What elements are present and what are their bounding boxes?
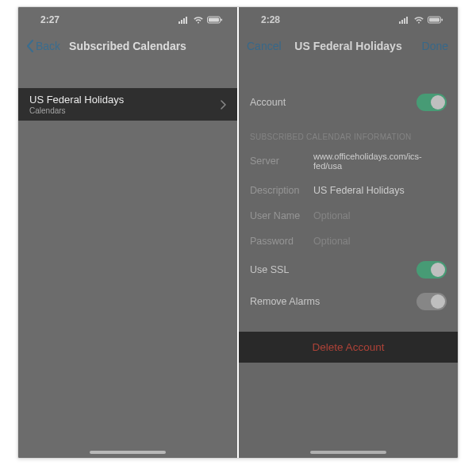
svg-rect-10 xyxy=(406,17,408,24)
svg-rect-5 xyxy=(209,18,219,22)
svg-rect-3 xyxy=(186,17,187,24)
server-value: www.officeholidays.com/ics-fed/usa xyxy=(313,152,447,171)
home-indicator[interactable] xyxy=(310,451,386,454)
back-button[interactable]: Back xyxy=(21,31,65,61)
server-label: Server xyxy=(250,156,313,167)
section-header: SUBSCRIBED CALENDAR INFORMATION xyxy=(239,118,458,144)
ssl-label: Use SSL xyxy=(250,264,289,275)
signal-icon xyxy=(399,16,410,24)
done-button[interactable]: Done xyxy=(417,31,453,61)
password-label: Password xyxy=(250,236,313,247)
svg-rect-12 xyxy=(429,18,440,22)
password-placeholder: Optional xyxy=(313,236,351,247)
description-row[interactable]: Description US Federal Holidays xyxy=(239,178,458,203)
home-indicator[interactable] xyxy=(90,451,166,454)
username-row[interactable]: User Name Optional xyxy=(239,203,458,229)
delete-account-button[interactable]: Delete Account xyxy=(239,332,458,363)
svg-rect-7 xyxy=(399,21,401,24)
cancel-button[interactable]: Cancel xyxy=(242,31,286,61)
subscribed-calendar-row[interactable]: US Federal Holidays Calendars xyxy=(18,88,237,121)
ssl-toggle[interactable] xyxy=(416,261,447,279)
svg-rect-9 xyxy=(404,18,405,24)
cancel-label: Cancel xyxy=(247,40,282,52)
chevron-right-icon xyxy=(221,100,226,110)
status-bar: 2:27 xyxy=(18,7,237,31)
wifi-icon xyxy=(413,16,424,24)
server-row[interactable]: Server www.officeholidays.com/ics-fed/us… xyxy=(239,144,458,178)
ssl-row: Use SSL xyxy=(239,254,458,286)
nav-title: US Federal Holidays xyxy=(294,40,401,52)
chevron-left-icon xyxy=(26,40,34,52)
description-value: US Federal Holidays xyxy=(313,185,405,196)
wifi-icon xyxy=(193,16,204,24)
nav-bar: Cancel US Federal Holidays Done xyxy=(239,31,458,61)
description-label: Description xyxy=(250,185,313,196)
back-label: Back xyxy=(36,40,60,52)
alarms-toggle[interactable] xyxy=(416,293,447,310)
svg-rect-0 xyxy=(178,21,180,24)
alarms-label: Remove Alarms xyxy=(250,296,320,307)
svg-rect-13 xyxy=(442,19,443,21)
svg-rect-8 xyxy=(401,20,403,24)
phone-left: 2:27 Back Subscribed Calendars xyxy=(18,7,237,458)
svg-rect-2 xyxy=(183,18,185,24)
account-row: Account xyxy=(239,86,458,118)
password-row[interactable]: Password Optional xyxy=(239,229,458,254)
status-bar: 2:28 xyxy=(239,7,458,31)
svg-rect-1 xyxy=(181,20,182,24)
svg-rect-6 xyxy=(221,19,223,21)
alarms-row: Remove Alarms xyxy=(239,286,458,317)
signal-icon xyxy=(178,16,190,24)
status-time: 2:27 xyxy=(40,14,60,25)
phone-right: 2:28 Cancel US Federal Holidays Done xyxy=(239,7,458,458)
username-placeholder: Optional xyxy=(313,210,351,221)
done-label: Done xyxy=(422,40,448,52)
status-time: 2:28 xyxy=(261,14,280,25)
nav-bar: Back Subscribed Calendars xyxy=(18,31,237,61)
account-toggle[interactable] xyxy=(416,94,447,111)
battery-icon xyxy=(207,16,223,24)
status-icons xyxy=(178,16,223,24)
status-icons xyxy=(399,16,443,24)
account-label: Account xyxy=(250,97,286,108)
username-label: User Name xyxy=(250,210,313,221)
nav-title: Subscribed Calendars xyxy=(69,40,186,52)
battery-icon xyxy=(428,16,443,24)
row-title: US Federal Holidays xyxy=(29,94,124,106)
delete-label: Delete Account xyxy=(313,341,385,353)
row-subtitle: Calendars xyxy=(29,106,124,115)
